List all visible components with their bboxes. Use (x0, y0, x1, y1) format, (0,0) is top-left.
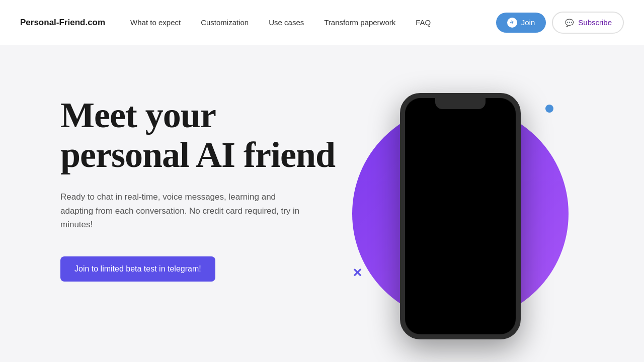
nav-item-customization[interactable]: Customization (201, 18, 249, 28)
hero-subtitle: Ready to chat in real-time, voice messag… (60, 190, 307, 231)
nav-item-use-cases[interactable]: Use cases (269, 18, 304, 28)
dot-blue-decoration (545, 105, 553, 113)
phone-body (400, 93, 521, 339)
x-decoration: ✕ (352, 267, 362, 279)
hero-section: Meet your personal AI friend Ready to ch… (0, 45, 644, 362)
cta-button[interactable]: Join to limited beta test in telegram! (60, 256, 215, 282)
join-label: Join (521, 18, 535, 27)
nav-item-what-to-expect[interactable]: What to expect (130, 18, 181, 28)
brand-logo[interactable]: Personal-Friend.com (20, 18, 105, 28)
hero-text: Meet your personal AI friend Ready to ch… (60, 75, 337, 282)
navbar: Personal-Friend.com What to expect Custo… (0, 0, 644, 45)
nav-item-faq[interactable]: FAQ (416, 18, 431, 28)
phone-mockup (400, 93, 521, 339)
phone-notch (435, 98, 486, 109)
hero-title: Meet your personal AI friend (60, 96, 337, 175)
message-icon (564, 18, 574, 28)
phone-screen (405, 98, 516, 334)
subscribe-button[interactable]: Subscribe (552, 12, 624, 34)
hero-visual: ✕ (337, 75, 584, 339)
nav-item-transform-paperwork[interactable]: Transform paperwork (324, 18, 395, 28)
nav-links: What to expect Customization Use cases T… (130, 18, 496, 28)
join-button[interactable]: Join (496, 13, 546, 33)
nav-actions: Join Subscribe (496, 12, 624, 34)
subscribe-label: Subscribe (578, 18, 612, 27)
telegram-icon (507, 18, 517, 28)
